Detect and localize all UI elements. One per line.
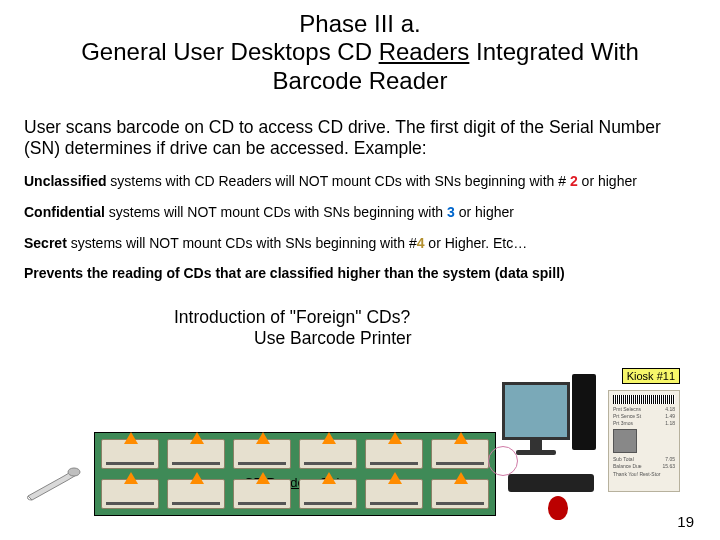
prevent-line: Prevents the reading of CDs that are cla…	[24, 265, 696, 281]
cd-reader-device	[167, 439, 225, 469]
cd-reader-rack: CD Readers Only	[94, 432, 496, 516]
cd-reader-device	[101, 479, 159, 509]
highlight-circle-icon	[488, 446, 518, 476]
kiosk-tag: Kiosk #11	[622, 368, 680, 384]
svg-point-0	[68, 468, 80, 476]
kiosk-figure: Kiosk #11 Pmt Selecns4.18 Prt Sence St1.…	[500, 368, 680, 528]
rule-unclassified: Unclassified systems with CD Readers wil…	[24, 173, 696, 190]
mouse-icon	[548, 496, 568, 520]
cd-reader-device	[431, 439, 489, 469]
pc-tower-icon	[572, 374, 596, 450]
title-line-1: Phase III a.	[24, 10, 696, 38]
keyboard-icon	[508, 474, 594, 492]
cd-reader-device	[431, 479, 489, 509]
cd-reader-device	[233, 479, 291, 509]
cd-reader-device	[101, 439, 159, 469]
title-line-3: Barcode Reader	[24, 67, 696, 95]
intro-paragraph: User scans barcode on CD to access CD dr…	[24, 117, 696, 159]
cd-reader-device	[365, 479, 423, 509]
cd-reader-device	[365, 439, 423, 469]
cd-reader-device	[233, 439, 291, 469]
page-number: 19	[677, 513, 694, 530]
rack-row-bottom	[101, 479, 489, 509]
cd-reader-device	[167, 479, 225, 509]
id-photo-icon	[613, 429, 637, 453]
receipt-printout: Pmt Selecns4.18 Prt Sence St1.49 Prt 3mo…	[608, 390, 680, 492]
rule-confidential: Confidential systems will NOT mount CDs …	[24, 204, 696, 221]
foreign-line-1: Introduction of "Foreign" CDs?	[174, 307, 696, 328]
cd-reader-device	[299, 479, 357, 509]
rack-row-top	[101, 439, 489, 469]
barcode-icon	[613, 395, 675, 404]
slide-title: Phase III a. General User Desktops CD Re…	[24, 10, 696, 95]
cd-reader-device	[299, 439, 357, 469]
barcode-scanner-icon	[24, 462, 84, 502]
rule-secret: Secret systems will NOT mount CDs with S…	[24, 235, 696, 252]
foreign-block: Introduction of "Foreign" CDs? Use Barco…	[174, 307, 696, 349]
figure-area: CD Readers Only Kiosk #11 Pmt	[24, 420, 696, 520]
monitor-icon	[500, 382, 572, 454]
foreign-line-2: Use Barcode Printer	[254, 328, 696, 349]
title-line-2: General User Desktops CD Readers Integra…	[24, 38, 696, 66]
